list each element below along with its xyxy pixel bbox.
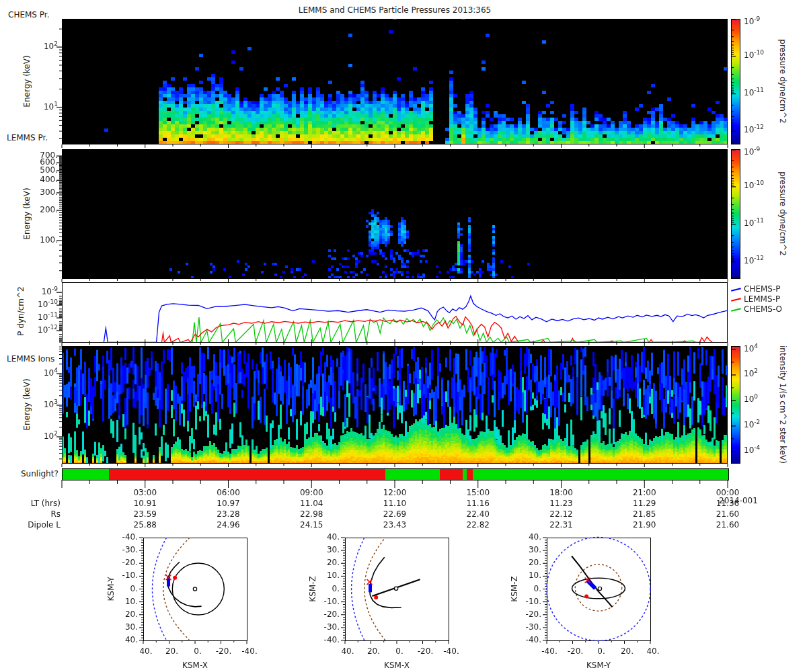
orbit-y-tick-label: 10. [259,571,340,580]
legend-label-chems-o: CHEMS-O [744,305,782,314]
time-tick-label: 09:00 [281,489,342,497]
orbit-x-axis-title: KSM-X [367,661,427,670]
row-value: 23.59 [115,510,176,519]
row-value: 22.40 [448,510,508,519]
orbit-y-tick-label: 40. [57,636,138,644]
orbit-y-tick-label: -20. [461,610,541,619]
colorbar-tick-label: 10-10 [744,51,764,60]
colorbar-tick-label: 10-10 [744,181,764,191]
row-value: 21.60 [697,510,758,519]
row-value: 23.28 [198,510,259,519]
orbit-y-tick-label: -40. [259,636,340,644]
colorbar-tick-label: 10-12 [744,257,764,266]
colorbar-tick-label: 10-11 [744,219,764,228]
time-tick-label: 18:00 [531,489,592,497]
row-value: 24.15 [281,521,342,530]
colorbar-tick-label: 10-12 [744,126,764,135]
orbit-y-tick-label: 0. [259,585,340,593]
orbit-y-tick-label: 30. [57,623,138,632]
orbit-y-tick-label: -40. [57,533,138,542]
orbit-y-tick-label: 10. [461,571,541,580]
lemms-pr-y-tick-label: 500. [0,166,58,175]
orbit-y-tick-label: 30. [259,546,340,554]
lemms-pr-y-tick-label: 400. [0,175,58,184]
pressure-y-tick-label: 10-9 [0,288,58,297]
row-value: 10.97 [198,499,259,508]
orbit-y-tick-label: 20. [259,558,340,567]
pressure-y-tick-label: 10-12 [0,326,58,335]
orbit-y-tick-label: -30. [57,546,138,554]
orbit-x-axis-title: KSM-Y [568,661,629,670]
lemms-ions-y-tick-label: 103 [0,401,58,410]
orbit-y-axis-title: KSM-Z [309,558,317,619]
legend-label-lemms-p: LEMMS-P [744,295,780,304]
row-value: 22.12 [531,510,592,519]
colorbar-tick-label: 10-4 [744,446,760,456]
colorbar-tick-label: 100 [744,395,758,405]
orbit-x-tick-label: 40. [116,647,176,656]
legend-swatch-chems-o [731,308,741,312]
row-value: 11.10 [364,499,425,508]
orbit-y-tick-label: 40. [259,533,340,542]
row-label-dipolel: Dipole L [0,521,61,530]
orbit-x-axis-title: KSM-X [165,661,225,670]
pressure-y-tick-label: 10-11 [0,313,58,323]
row-value: 21.85 [614,510,675,519]
time-tick-label: 03:00 [115,489,176,497]
orbit-y-tick-label: 40. [461,533,541,542]
lemms-pr-y-tick-label: 200. [0,206,58,214]
pressure-y-tick-label: 10-10 [0,300,58,310]
colorbar-tick-label: 10-11 [744,89,764,98]
row-value: 25.88 [115,521,176,530]
orbit-y-tick-label: 10. [57,597,138,606]
time-tick-label: 21:00 [614,489,675,497]
orbit-y-tick-label: -40. [461,636,541,644]
row-value: 11.23 [531,499,592,508]
orbit-x-tick-label: 40. [623,647,683,656]
legend-label-chems-p: CHEMS-P [744,285,781,294]
time-tick-label: 12:00 [364,489,425,497]
legend-swatch-lemms-p [731,298,741,302]
row-label-rs: Rs [0,510,61,519]
lemms-pr-y-tick-label: 300. [0,188,58,197]
orbit-y-tick-label: 0. [57,585,138,593]
orbit-y-tick-label: -10. [57,571,138,580]
row-value: 24.96 [198,521,259,530]
orbit-y-tick-label: 0. [461,585,541,593]
orbit-y-tick-label: -30. [259,623,340,632]
time-tick-label: 06:00 [198,489,259,497]
chems-y-tick-label: 101 [0,103,58,112]
row-label-lthrs: LT (hrs) [0,499,61,508]
colorbar-tick-label: 10-9 [744,17,760,27]
date-label-next-day: 2014-001 [708,497,769,505]
colorbar-tick-label: 102 [744,370,758,379]
row-value: 11.29 [614,499,675,508]
orbit-y-tick-label: -30. [461,623,541,632]
orbit-y-tick-label: -20. [57,558,138,567]
lemms-ions-y-tick-label: 102 [0,432,58,442]
row-value: 22.82 [448,521,508,530]
row-value: 23.43 [364,521,425,530]
chems-y-tick-label: 102 [0,42,58,52]
time-tick-label: 15:00 [448,489,508,497]
orbit-y-tick-label: -10. [461,597,541,606]
row-value: 22.31 [531,521,592,530]
colorbar-tick-label: 104 [744,345,758,354]
row-value: 21.90 [614,521,675,530]
orbit-y-axis-title: KSM-Z [510,558,519,619]
orbit-y-tick-label: -20. [259,610,340,619]
lemms-chems-pressure-dashboard: { "title": "LEMMS and CHEMS Particle Pre… [0,0,807,672]
row-value: 10.91 [115,499,176,508]
tick-labels-layer: 102101700.600.500.400.300.200.100.104103… [0,0,807,672]
orbit-y-tick-label: 30. [461,546,541,554]
row-value: 11.04 [281,499,342,508]
orbit-y-tick-label: 20. [461,558,541,567]
row-value: 11.16 [448,499,508,508]
legend-swatch-chems-p [731,288,741,292]
orbit-y-tick-label: -10. [259,597,340,606]
colorbar-tick-label: 10-2 [744,421,760,430]
lemms-pr-y-tick-label: 100. [0,236,58,245]
orbit-y-tick-label: 20. [57,610,138,619]
row-value: 22.98 [281,510,342,519]
lemms-ions-y-tick-label: 104 [0,369,58,378]
